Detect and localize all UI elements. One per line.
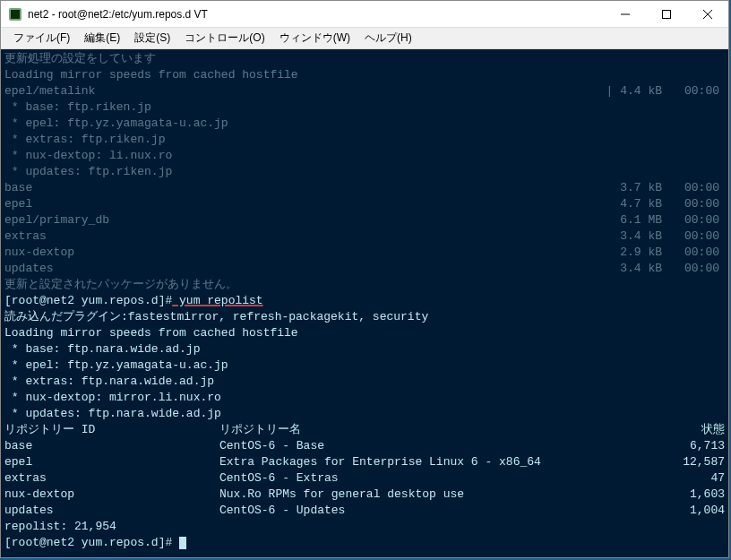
output-line: * base: ftp.nara.wide.ad.jp <box>4 341 725 358</box>
output-line: * updates: ftp.riken.jp <box>4 164 725 180</box>
repo-status: 12,587 <box>635 454 725 470</box>
time-value: 00:00 <box>662 245 725 261</box>
repo-header: リポジトリー ID リポジトリー名 状態 <box>4 422 725 438</box>
output-line: 更新処理の設定をしています <box>4 51 725 67</box>
size-value: 3.7 kB <box>599 180 662 196</box>
output-line: * epel: ftp.yz.yamagata-u.ac.jp <box>4 116 725 132</box>
header-repo-status: 状態 <box>635 422 725 438</box>
repo-name: nux-dextop <box>4 245 599 261</box>
repo-status: 6,713 <box>635 438 725 454</box>
repo-status: 47 <box>635 470 725 487</box>
repolist-total: repolist: 21,954 <box>4 519 725 535</box>
output-line: 更新と設定されたパッケージがありません。 <box>4 277 725 293</box>
app-icon <box>8 7 22 22</box>
output-line: epel/metalink <box>4 83 599 99</box>
size-value: 3.4 kB <box>599 228 662 245</box>
repo-name: Nux.Ro RPMs for general desktop use <box>219 487 635 503</box>
output-line: * updates: ftp.nara.wide.ad.jp <box>4 406 725 422</box>
previous-output: 更新処理の設定をしています Loading mirror speeds from… <box>4 51 725 293</box>
output-line: * extras: ftp.riken.jp <box>4 132 725 148</box>
shell-prompt: [root@net2 yum.repos.d]# <box>4 294 172 307</box>
menu-control[interactable]: コントロール(O) <box>177 30 271 46</box>
time-value: 00:00 <box>662 196 725 212</box>
svg-rect-3 <box>663 10 671 18</box>
menu-settings[interactable]: 設定(S) <box>127 30 177 46</box>
output-line: * nux-dextop: mirror.li.nux.ro <box>4 390 725 406</box>
size-value: | 4.4 kB <box>599 83 662 99</box>
table-row: baseCentOS-6 - Base6,713 <box>4 438 725 454</box>
terminal-window: net2 - root@net2:/etc/yum.repos.d VT ファイ… <box>0 0 729 558</box>
svg-rect-1 <box>11 10 20 19</box>
time-value: 00:00 <box>662 83 725 99</box>
repo-name: updates <box>4 261 599 277</box>
shell-prompt: [root@net2 yum.repos.d]# <box>4 536 179 549</box>
table-row: nux-dextopNux.Ro RPMs for general deskto… <box>4 487 725 503</box>
size-value: 2.9 kB <box>599 245 662 261</box>
command-text: yum repolist <box>172 294 262 307</box>
repo-id: updates <box>4 503 219 519</box>
repo-status: 1,603 <box>635 487 725 503</box>
menu-edit[interactable]: 編集(E) <box>77 30 127 46</box>
repo-name: CentOS-6 - Base <box>219 438 635 454</box>
time-value: 00:00 <box>662 180 725 196</box>
repo-name: base <box>4 180 599 196</box>
size-value: 4.7 kB <box>599 196 662 212</box>
repo-id: epel <box>4 454 219 470</box>
table-row: extrasCentOS-6 - Extras47 <box>4 470 725 487</box>
menu-window[interactable]: ウィンドウ(W) <box>272 30 357 46</box>
repo-id: extras <box>4 470 219 487</box>
menu-help[interactable]: ヘルプ(H) <box>357 30 419 46</box>
repo-name: CentOS-6 - Extras <box>219 470 635 487</box>
header-repo-name: リポジトリー名 <box>219 422 635 438</box>
output-line: * extras: ftp.nara.wide.ad.jp <box>4 374 725 390</box>
table-row: epelExtra Packages for Enterprise Linux … <box>4 454 725 470</box>
prompt-line: [root@net2 yum.repos.d]# <box>4 535 725 551</box>
output-line: Loading mirror speeds from cached hostfi… <box>4 67 725 83</box>
menu-file[interactable]: ファイル(F) <box>6 30 77 46</box>
time-value: 00:00 <box>662 212 725 228</box>
time-value: 00:00 <box>662 228 725 245</box>
cursor-icon <box>179 537 186 549</box>
output-line: * base: ftp.riken.jp <box>4 99 725 116</box>
output-line: 読み込んだプラグイン:fastestmirror, refresh-packag… <box>4 309 725 325</box>
repo-name: CentOS-6 - Updates <box>219 503 635 519</box>
menubar: ファイル(F) 編集(E) 設定(S) コントロール(O) ウィンドウ(W) ヘ… <box>1 28 728 49</box>
repo-name: epel <box>4 196 599 212</box>
repo-name: extras <box>4 228 599 245</box>
size-value: 3.4 kB <box>599 261 662 277</box>
output-line: * epel: ftp.yz.yamagata-u.ac.jp <box>4 358 725 374</box>
output-line: Loading mirror speeds from cached hostfi… <box>4 325 725 341</box>
terminal-content[interactable]: 更新処理の設定をしています Loading mirror speeds from… <box>1 49 728 557</box>
window-title: net2 - root@net2:/etc/yum.repos.d VT <box>28 8 605 21</box>
repo-status: 1,004 <box>635 503 725 519</box>
repo-name: epel/primary_db <box>4 212 599 228</box>
header-repo-id: リポジトリー ID <box>4 422 219 438</box>
repo-id: nux-dextop <box>4 487 219 503</box>
minimize-button[interactable] <box>605 1 646 28</box>
table-row: updatesCentOS-6 - Updates1,004 <box>4 503 725 519</box>
window-controls <box>605 1 728 28</box>
close-button[interactable] <box>687 1 728 28</box>
prompt-line: [root@net2 yum.repos.d]# yum repolist <box>4 293 725 309</box>
time-value: 00:00 <box>662 261 725 277</box>
size-value: 6.1 MB <box>599 212 662 228</box>
titlebar[interactable]: net2 - root@net2:/etc/yum.repos.d VT <box>1 1 728 28</box>
output-line: * nux-dextop: li.nux.ro <box>4 148 725 164</box>
repo-name: Extra Packages for Enterprise Linux 6 - … <box>219 454 635 470</box>
repo-id: base <box>4 438 219 454</box>
maximize-button[interactable] <box>646 1 687 28</box>
